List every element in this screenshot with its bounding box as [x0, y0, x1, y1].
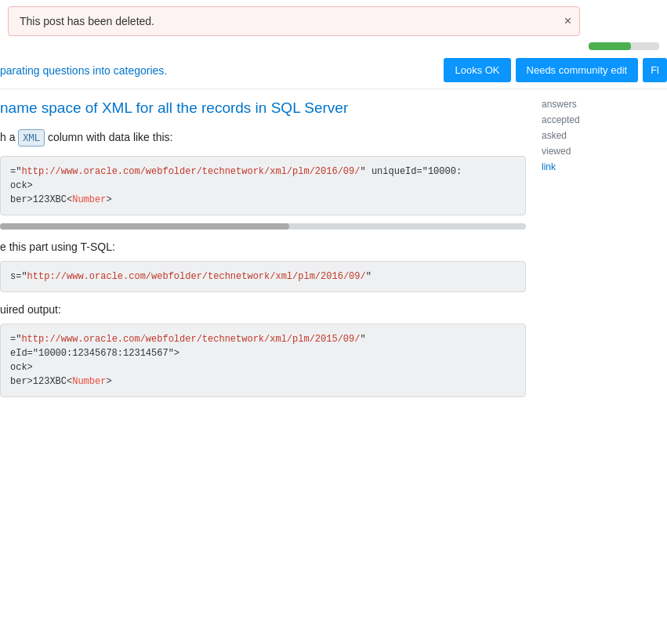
needs-community-edit-button[interactable]: Needs community edit — [516, 58, 639, 82]
code-block-1: ="http://www.oracle.com/webfolder/techne… — [0, 156, 526, 215]
sidebar-accepted-row: accepted — [542, 114, 667, 125]
code-block-2-text: s="http://www.oracle.com/webfolder/techn… — [10, 271, 372, 282]
notification-close-button[interactable]: × — [564, 15, 571, 27]
section-label-2: uired output: — [0, 303, 526, 316]
question-body-intro: h a XML column with data like this: — [0, 129, 526, 147]
notification-text: This post has been deleted. — [20, 15, 154, 27]
notification-banner: This post has been deleted. × — [8, 6, 580, 36]
sidebar-asked-row: asked — [542, 130, 667, 141]
action-bar-text-link: into — [92, 64, 111, 77]
body-text-before-badge: h a — [0, 131, 15, 143]
body-text-after-badge: column with data like this: — [48, 131, 173, 143]
question-content: name space of XML for all the records in… — [0, 99, 542, 405]
sidebar-viewed-row: viewed — [542, 146, 667, 157]
sidebar-asked-label: asked — [542, 130, 567, 141]
code-block-3-text: ="http://www.oracle.com/webfolder/techne… — [10, 334, 366, 387]
code-block-2: s="http://www.oracle.com/webfolder/techn… — [0, 261, 526, 292]
action-bar-text-after: categories. — [111, 64, 167, 77]
sidebar: answers accepted asked viewed link — [542, 99, 667, 405]
code-block-1-scrollbar-thumb — [0, 223, 289, 230]
sidebar-accepted-label: accepted — [542, 114, 580, 125]
sidebar-answers-row: answers — [542, 99, 667, 110]
main-layout: name space of XML for all the records in… — [0, 99, 667, 405]
sidebar-link-row[interactable]: link — [542, 161, 667, 172]
section-label-1: e this part using T-SQL: — [0, 241, 526, 253]
code-block-1-text: ="http://www.oracle.com/webfolder/techne… — [10, 166, 462, 205]
action-bar-text: parating questions into categories. — [0, 64, 439, 77]
code-block-3: ="http://www.oracle.com/webfolder/techne… — [0, 324, 526, 397]
sidebar-link[interactable]: link — [542, 161, 556, 172]
sidebar-answers-label: answers — [542, 99, 577, 110]
looks-ok-button[interactable]: Looks OK — [444, 58, 510, 82]
progress-bar — [589, 42, 659, 50]
action-bar-text-before: parating questions — [0, 64, 92, 77]
question-title: name space of XML for all the records in… — [0, 99, 526, 118]
action-bar: parating questions into categories. Look… — [0, 52, 667, 89]
code-block-1-scrollbar[interactable] — [0, 223, 526, 230]
flag-button[interactable]: Fl — [643, 58, 667, 82]
sidebar-viewed-label: viewed — [542, 146, 571, 157]
xml-badge: XML — [18, 129, 45, 147]
progress-bar-fill — [589, 42, 631, 50]
